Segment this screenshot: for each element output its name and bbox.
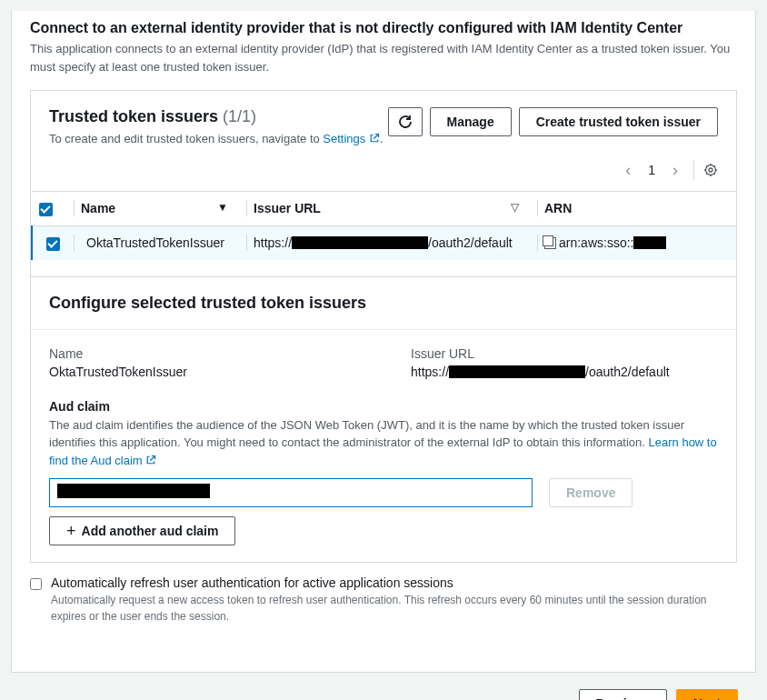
add-aud-claim-button[interactable]: + Add another aud claim — [49, 516, 235, 545]
configure-title: Configure selected trusted token issuers — [49, 294, 718, 313]
section-description: This application connects to an external… — [30, 40, 737, 75]
sort-icon: ▽ — [511, 201, 519, 214]
column-issuer-url[interactable]: Issuer URL▽ — [246, 192, 537, 226]
external-link-icon — [145, 455, 156, 465]
create-issuer-button[interactable]: Create trusted token issuer — [519, 107, 718, 136]
pagination-next[interactable]: › — [666, 161, 684, 180]
row-arn: arn:aws:sso:: — [537, 225, 736, 259]
manage-button[interactable]: Manage — [430, 107, 512, 136]
aud-claim-description: The aud claim identifies the audience of… — [49, 416, 718, 470]
refresh-icon — [398, 115, 413, 129]
settings-link[interactable]: Settings — [323, 132, 380, 145]
checkbox-checked-icon — [39, 203, 53, 216]
card-count: (1/1) — [223, 107, 256, 125]
select-all-header[interactable] — [32, 192, 74, 226]
checkbox-checked-icon — [46, 237, 60, 251]
svg-point-1 — [709, 168, 712, 172]
column-name[interactable]: Name▼ — [74, 192, 246, 226]
column-arn[interactable]: ARN — [537, 192, 736, 226]
pagination-page: 1 — [642, 163, 661, 177]
section-title: Connect to an external identity provider… — [30, 20, 737, 36]
copy-icon[interactable] — [544, 237, 556, 249]
previous-button[interactable]: Previous — [579, 689, 667, 700]
aud-claim-input[interactable] — [49, 478, 533, 507]
config-name-label: Name — [49, 346, 356, 361]
external-link-icon — [369, 133, 380, 144]
plus-icon: + — [66, 522, 76, 541]
row-name: OktaTrustedTokenIssuer — [74, 225, 246, 259]
auto-refresh-checkbox[interactable] — [30, 577, 42, 591]
config-name-value: OktaTrustedTokenIssuer — [49, 365, 356, 379]
row-checkbox[interactable] — [32, 225, 74, 259]
table-row[interactable]: OktaTrustedTokenIssuer https:///oauth2/d… — [32, 225, 736, 259]
card-subtitle-text: To create and edit trusted token issuers… — [49, 132, 323, 145]
issuers-table: Name▼ Issuer URL▽ ARN OktaTrustedTokenIs… — [31, 191, 736, 260]
cancel-button[interactable]: Cancel — [517, 689, 570, 700]
refresh-button[interactable] — [388, 107, 423, 136]
auto-refresh-desc: Automatically request a new access token… — [51, 592, 737, 625]
sort-desc-icon: ▼ — [217, 201, 228, 214]
trusted-token-issuers-card: Trusted token issuers (1/1) To create an… — [30, 90, 737, 563]
config-url-value: https:///oauth2/default — [411, 365, 718, 379]
remove-aud-claim-button[interactable]: Remove — [549, 478, 633, 507]
auto-refresh-title: Automatically refresh user authenticatio… — [51, 575, 737, 590]
aud-claim-label: Aud claim — [49, 399, 718, 414]
row-issuer-url: https:///oauth2/default — [246, 225, 537, 259]
next-button[interactable]: Next — [676, 689, 738, 700]
config-url-label: Issuer URL — [411, 346, 718, 361]
pagination-prev[interactable]: ‹ — [619, 161, 637, 180]
gear-icon[interactable] — [703, 163, 718, 177]
card-title: Trusted token issuers — [49, 107, 218, 125]
